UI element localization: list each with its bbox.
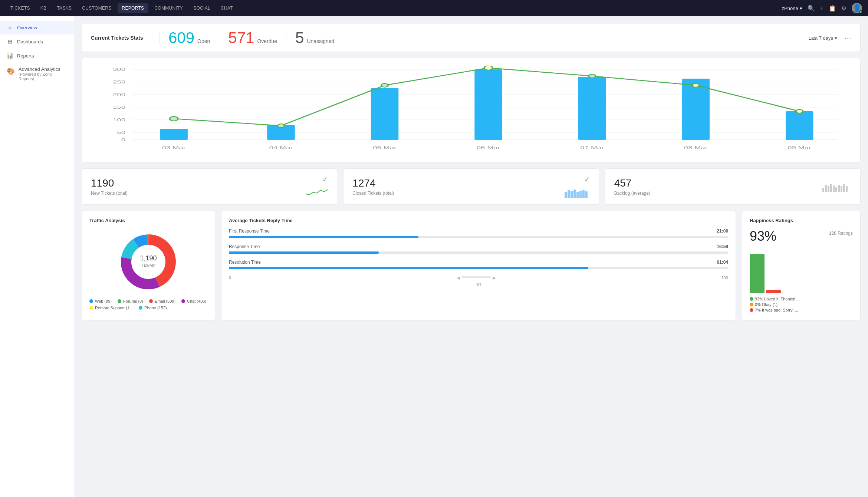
main-layout: ≡ Overview ⊞ Dashboards 📊 Reports 🎨 Adva…: [0, 16, 868, 497]
web-dot: [89, 299, 93, 303]
closed-tickets-sparkline: [564, 187, 590, 198]
brand-name: zPhone: [782, 6, 798, 11]
overdue-label: Overdue: [257, 38, 277, 44]
nav-kb[interactable]: KB: [36, 3, 51, 13]
forums-dot: [118, 299, 121, 303]
closed-tickets-check-icon: ✓: [584, 175, 590, 184]
nav-chat[interactable]: CHAT: [216, 3, 237, 13]
advanced-sub: (Powered by Zoho Reports): [19, 72, 67, 81]
svg-rect-37: [843, 184, 845, 192]
nav-customers[interactable]: CUSTOMERS: [78, 3, 116, 13]
phone-dot: [139, 306, 142, 310]
email-dot: [149, 299, 153, 303]
nav-community[interactable]: COMMUNITY: [150, 3, 187, 13]
nav-social[interactable]: SOCIAL: [189, 3, 215, 13]
dot-07mar: [589, 74, 596, 78]
legend-remote: Remote Support (1...: [89, 306, 133, 310]
svg-rect-26: [579, 191, 582, 198]
open-stat: 609 Open: [168, 30, 210, 46]
svg-rect-22: [568, 190, 570, 198]
svg-text:200: 200: [113, 92, 125, 97]
nav-reports[interactable]: REPORTS: [118, 3, 149, 13]
nav-tickets[interactable]: TICKETS: [6, 3, 34, 13]
sidebar-item-overview[interactable]: ≡ Overview: [0, 21, 74, 34]
happiness-bar-green: [750, 254, 765, 293]
backlog-number: 457: [614, 177, 650, 189]
first-response-bar-bg: [229, 236, 728, 238]
svg-text:100: 100: [113, 118, 125, 122]
notification-icon[interactable]: 📋: [829, 5, 836, 12]
axis-scale-bar: [461, 276, 491, 278]
advanced-main: Advanced Analytics: [19, 66, 67, 72]
svg-text:05 Mar: 05 Mar: [373, 145, 397, 150]
new-tickets-sparkline: [306, 187, 328, 198]
stats-title: Current Tickets Stats: [91, 35, 150, 41]
happiness-ratings-count: 128 Ratings: [829, 231, 853, 236]
chart-area: 300 250 200 150 100 50 0: [91, 66, 851, 155]
sidebar-item-advanced-analytics[interactable]: 🎨 Advanced Analytics (Powered by Zoho Re…: [0, 63, 74, 85]
bad-label: 7% It was bad. Sorry! ...: [755, 308, 798, 312]
sidebar-reports-label: Reports: [17, 53, 34, 59]
svg-text:07 Mar: 07 Mar: [580, 145, 604, 150]
add-icon[interactable]: +: [820, 5, 823, 11]
bad-dot: [750, 308, 753, 312]
svg-text:06 Mar: 06 Mar: [477, 145, 500, 150]
chat-label: Chat (406): [187, 299, 206, 303]
resolution-time-row: Resolution Time 61:04: [229, 260, 728, 269]
user-avatar[interactable]: 👤: [852, 3, 862, 13]
bottom-row: Traffic Analysis: [82, 211, 861, 320]
sidebar-item-reports[interactable]: 📊 Reports: [0, 49, 74, 63]
svg-text:300: 300: [113, 67, 125, 72]
metric-closed-tickets: 1274 Closed Tickets (total) ✓: [343, 168, 599, 205]
open-count: 609: [168, 30, 194, 46]
resolution-time-header: Resolution Time 61:04: [229, 260, 728, 265]
axis-slider-arrows: ◀ ▶: [457, 275, 496, 280]
svg-rect-33: [833, 185, 835, 192]
nav-tasks[interactable]: TASKS: [52, 3, 76, 13]
more-options-button[interactable]: ···: [845, 34, 851, 42]
nav-right: zPhone ▾ 🔍 + 📋 ⚙ 👤: [782, 3, 862, 13]
resolution-time-bar-bg: [229, 267, 728, 269]
svg-text:1,190: 1,190: [140, 254, 157, 262]
date-range-selector[interactable]: Last 7 days ▾: [805, 34, 840, 42]
overdue-stat: 571 Overdue: [228, 30, 277, 46]
dot-08mar: [692, 83, 699, 87]
happiness-card: Happiness Ratings 93% 128 Ratings 93% Lo…: [742, 211, 861, 320]
dashboards-icon: ⊞: [7, 38, 13, 45]
svg-text:0: 0: [121, 138, 125, 142]
legend-phone: Phone (152): [139, 306, 167, 310]
new-tickets-label: New Tickets (total): [91, 191, 128, 196]
sidebar-item-dashboards[interactable]: ⊞ Dashboards: [0, 34, 74, 49]
legend-chat: Chat (406): [181, 299, 206, 303]
overdue-count: 571: [228, 30, 254, 46]
svg-rect-25: [576, 192, 579, 198]
bar-07mar: [578, 77, 606, 140]
metric-new-tickets: 1190 New Tickets (total) ✓: [82, 168, 337, 205]
remote-label: Remote Support (1...: [95, 306, 133, 310]
search-icon[interactable]: 🔍: [808, 5, 815, 12]
stats-right: Last 7 days ▾ ···: [805, 34, 851, 42]
unassigned-stat: 5 Unassigned: [295, 30, 334, 46]
svg-rect-21: [565, 192, 567, 198]
axis-unit-label: hrs: [229, 282, 728, 286]
dot-06mar: [484, 66, 492, 70]
dot-09mar: [796, 109, 803, 113]
legend-loved: 93% Loved it. Thanks! ...: [750, 297, 853, 301]
brand-selector[interactable]: zPhone ▾: [782, 6, 802, 11]
loved-dot: [750, 297, 753, 301]
svg-rect-34: [835, 187, 837, 192]
first-response-label: First Response Time: [229, 228, 270, 234]
svg-rect-38: [846, 186, 848, 192]
svg-text:03 Mar: 03 Mar: [162, 145, 186, 150]
response-time-header: Response Time 16:59: [229, 244, 728, 249]
settings-icon[interactable]: ⚙: [841, 5, 846, 12]
traffic-legend: Web (99) Forums (8) Email (509) Chat (40…: [89, 299, 207, 310]
forums-label: Forums (8): [123, 299, 143, 303]
sidebar: ≡ Overview ⊞ Dashboards 📊 Reports 🎨 Adva…: [0, 16, 74, 497]
legend-bad: 7% It was bad. Sorry! ...: [750, 308, 853, 312]
first-response-header: First Response Time 21:06: [229, 228, 728, 234]
svg-rect-28: [585, 191, 588, 198]
dot-05mar: [381, 83, 388, 87]
happiness-top: 93% 128 Ratings: [750, 228, 853, 244]
stats-divider-2: [219, 32, 219, 44]
